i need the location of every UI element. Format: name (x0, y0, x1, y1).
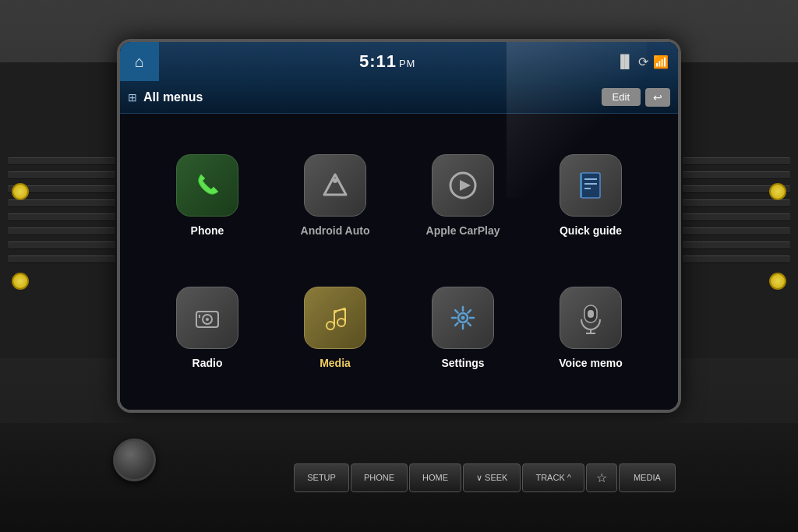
app-phone[interactable]: Phone (143, 129, 271, 262)
status-icons: ▐▌ ⟳ 📶 (616, 55, 678, 69)
phone-button[interactable]: PHONE (351, 463, 408, 492)
vent-slat (683, 199, 790, 207)
svg-point-18 (334, 310, 337, 313)
left-air-vent (0, 62, 125, 358)
vent-slat (683, 157, 790, 165)
button-row: SETUP PHONE HOME ∨ SEEK TRACK ^ ☆ MEDIA (294, 463, 676, 492)
seek-button[interactable]: ∨ SEEK (463, 463, 521, 492)
vent-slat (683, 213, 790, 221)
phone-app-icon (176, 154, 238, 217)
all-menus-title: All menus (143, 90, 602, 104)
vent-slat (683, 255, 790, 263)
time-value: 5:11 (359, 51, 397, 71)
vent-slat (8, 199, 115, 207)
right-vent-knob-bottom[interactable] (769, 273, 786, 290)
phone-app-label: Phone (191, 224, 224, 237)
home-phy-button[interactable]: HOME (409, 463, 461, 492)
time-display: 5:11PM (159, 51, 616, 72)
radio-icon (176, 287, 238, 349)
android-auto-label: Android Auto (301, 224, 370, 237)
svg-line-26 (455, 310, 458, 313)
svg-rect-8 (580, 173, 582, 198)
vent-slat (8, 157, 115, 165)
menu-bar: ⊞ All menus Edit ↩ (120, 81, 678, 114)
app-quick-guide[interactable]: Quick guide (527, 129, 655, 262)
svg-line-29 (455, 322, 458, 326)
vent-slat (8, 171, 115, 179)
battery-icon: ▐▌ (616, 55, 634, 69)
svg-marker-0 (324, 174, 346, 195)
right-vent-knob-top[interactable] (769, 183, 786, 200)
app-media[interactable]: Media (271, 262, 399, 394)
svg-line-28 (468, 310, 471, 313)
vent-slat (683, 227, 790, 235)
vent-slat (8, 255, 115, 263)
svg-rect-4 (581, 173, 600, 198)
app-voice-memo[interactable]: Voice memo (527, 262, 655, 394)
svg-point-11 (206, 318, 209, 321)
vent-slat (8, 241, 115, 249)
bluetooth-icon: ⟳ (638, 55, 648, 69)
track-button[interactable]: TRACK ^ (522, 463, 584, 492)
media-label: Media (320, 357, 351, 369)
svg-point-21 (461, 316, 465, 320)
edit-button[interactable]: Edit (602, 88, 641, 106)
svg-line-27 (468, 322, 471, 326)
grid-icon: ⊞ (128, 91, 137, 104)
vent-slat (683, 241, 790, 249)
left-vent-knob-bottom[interactable] (12, 273, 29, 290)
svg-point-13 (327, 322, 334, 329)
app-android-auto[interactable]: Android Auto (271, 129, 399, 262)
back-button[interactable]: ↩ (645, 88, 670, 107)
header-bar: ⌂ 5:11PM ▐▌ ⟳ 📶 (120, 42, 678, 81)
svg-point-19 (343, 308, 346, 311)
carplay-icon (432, 154, 494, 217)
vent-slat (683, 171, 790, 179)
radio-label: Radio (192, 357, 223, 369)
svg-point-14 (337, 319, 345, 326)
signal-icon: 📶 (653, 55, 669, 69)
right-air-vent (673, 62, 798, 358)
svg-rect-33 (588, 310, 594, 318)
voice-memo-icon (560, 287, 622, 349)
app-settings[interactable]: Settings (399, 262, 527, 394)
infotainment-screen: ⌂ 5:11PM ▐▌ ⟳ 📶 ⊞ All menus Edit ↩ (117, 39, 681, 413)
physical-controls: SETUP PHONE HOME ∨ SEEK TRACK ^ ☆ MEDIA (0, 423, 798, 532)
carplay-label: Apple CarPlay (426, 224, 500, 237)
vent-slat (8, 213, 115, 221)
volume-knob[interactable] (113, 439, 156, 481)
svg-point-1 (333, 178, 337, 183)
android-auto-icon (304, 154, 366, 217)
setup-button[interactable]: SETUP (294, 463, 349, 492)
vent-slat (8, 227, 115, 235)
media-icon (304, 287, 366, 349)
app-apple-carplay[interactable]: Apple CarPlay (399, 129, 527, 262)
settings-label: Settings (441, 357, 484, 369)
voice-memo-label: Voice memo (559, 357, 622, 369)
screen-display: ⌂ 5:11PM ▐▌ ⟳ 📶 ⊞ All menus Edit ↩ (120, 42, 678, 410)
home-icon: ⌂ (135, 53, 144, 71)
app-grid: Phone Android Auto (120, 114, 678, 410)
left-vent-knob-top[interactable] (12, 183, 29, 200)
app-radio[interactable]: Radio (143, 262, 271, 394)
media-button[interactable]: MEDIA (619, 463, 676, 492)
settings-icon (432, 287, 494, 349)
home-button[interactable]: ⌂ (120, 42, 159, 81)
favorite-button[interactable]: ☆ (586, 463, 617, 492)
time-ampm: PM (399, 58, 416, 69)
svg-marker-3 (460, 180, 471, 191)
quick-guide-icon (560, 154, 622, 217)
quick-guide-label: Quick guide (560, 224, 622, 237)
